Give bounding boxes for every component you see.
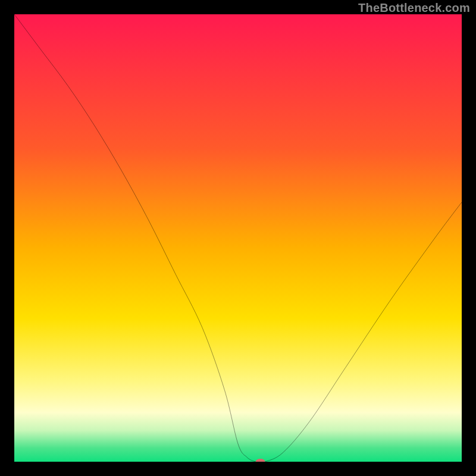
chart-svg [14,14,462,462]
chart-background [14,14,462,462]
watermark-text: TheBottleneck.com [358,1,470,15]
plot-area [14,14,462,462]
chart-frame: TheBottleneck.com [0,0,476,476]
